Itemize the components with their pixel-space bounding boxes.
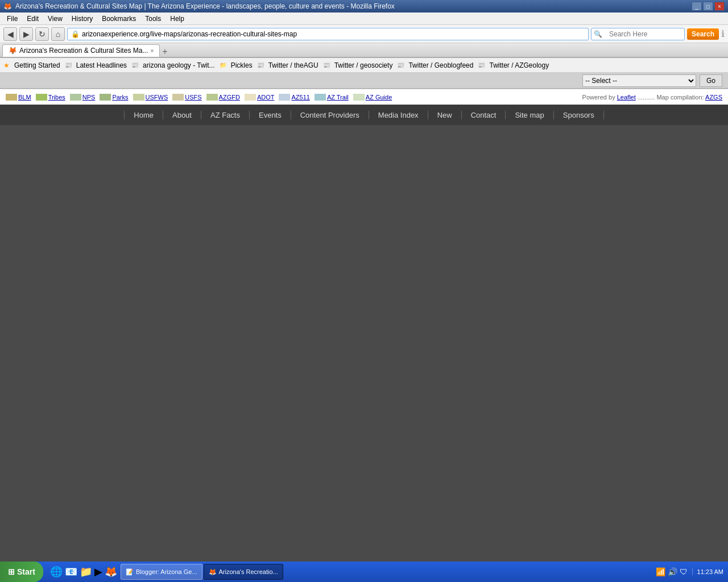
legend-nps-link[interactable]: NPS	[82, 94, 96, 101]
menu-bookmarks[interactable]: Bookmarks	[97, 14, 140, 24]
bookmarks-icon: ★	[3, 61, 10, 69]
title-bar: 🦊 Arizona's Recreation & Cultural Sites …	[0, 0, 728, 13]
legend-usfws-link[interactable]: USFWS	[146, 94, 168, 101]
reload-button[interactable]: ↻	[35, 27, 49, 41]
legend-azguide-link[interactable]: AZ Guide	[366, 94, 392, 101]
legend-az511-color	[279, 94, 290, 101]
legend-azgfd-color	[206, 94, 218, 101]
bookmark-feed-icon-1: 📰	[65, 62, 72, 68]
legend-tribes-link[interactable]: Tribes	[48, 94, 65, 101]
bookmark-twitter-agu[interactable]: Twitter / theAGU	[265, 60, 322, 70]
browser-search-button[interactable]: Search	[687, 28, 719, 40]
bookmark-twitter-geosociety[interactable]: Twitter / geosociety	[331, 60, 396, 70]
taskbar-folder-icon[interactable]: 📁	[80, 566, 92, 578]
taskbar-item-arizona[interactable]: 🦊 Arizona's Recreatio...	[204, 564, 283, 580]
bookmark-folder-icon: 📁	[220, 62, 226, 68]
ssl-icon: 🔒	[71, 30, 80, 38]
bookmark-twitter-geoblogfeed[interactable]: Twitter / Geoblogfeed	[405, 60, 477, 70]
taskbar-network-icon[interactable]: 📶	[656, 567, 665, 576]
tab-close-button[interactable]: ×	[150, 48, 154, 54]
menu-bar: File Edit View History Bookmarks Tools H…	[0, 13, 728, 25]
legend-parks-link[interactable]: Parks	[112, 94, 128, 101]
menu-edit[interactable]: Edit	[22, 14, 43, 24]
home-button[interactable]: ⌂	[51, 27, 65, 41]
bookmark-az-geology[interactable]: arizona geology - Twit...	[139, 60, 218, 70]
footer-az-facts[interactable]: AZ Facts	[201, 111, 250, 119]
address-bar[interactable]: 🔒 arizonaexperience.org/live-maps/arizon…	[67, 28, 589, 40]
legend-az511-link[interactable]: AZ511	[291, 94, 309, 101]
legend-blm-link[interactable]: BLM	[18, 94, 31, 101]
new-tab-button[interactable]: +	[162, 47, 167, 57]
back-button[interactable]: ◀	[3, 27, 17, 41]
tab-label: Arizona's Recreation & Cultural Sites Ma…	[19, 47, 148, 55]
bookmark-getting-started[interactable]: Getting Started	[11, 60, 64, 70]
footer-new[interactable]: New	[428, 111, 462, 119]
footer-sponsors[interactable]: Sponsors	[554, 111, 604, 119]
legend-usfs-color	[172, 94, 184, 101]
legend-tribes-color	[36, 94, 47, 101]
tab-bar: 🦊 Arizona's Recreation & Cultural Sites …	[0, 43, 728, 58]
bookmark-feed-icon-3: 📰	[257, 62, 264, 68]
minimize-button[interactable]: _	[692, 2, 702, 11]
taskbar-ie-icon[interactable]: 🌐	[50, 566, 63, 578]
legend-nps-color	[70, 94, 81, 101]
tab-favicon: 🦊	[9, 47, 17, 55]
menu-file[interactable]: File	[2, 14, 22, 24]
maximize-button[interactable]: □	[703, 2, 713, 11]
taskbar-firefox-icon-quick[interactable]: 🦊	[105, 566, 117, 578]
taskbar-email-icon[interactable]: 📧	[65, 566, 77, 578]
legend-aztrail-color	[315, 94, 326, 101]
browser-icon: 🦊	[3, 2, 12, 10]
map-toolbar: -- Select -- Go	[0, 73, 728, 89]
taskbar: ⊞ Start 🌐 📧 📁 ▶ 🦊 📝 Blogger: Arizona Ge.…	[0, 562, 728, 582]
menu-view[interactable]: View	[43, 14, 67, 24]
legend-parks-color	[100, 94, 111, 101]
menu-tools[interactable]: Tools	[140, 14, 166, 24]
start-button[interactable]: ⊞ Start	[0, 562, 43, 582]
info-icon[interactable]: ℹ	[721, 28, 725, 39]
taskbar-item-blogger[interactable]: 📝 Blogger: Arizona Ge...	[121, 564, 202, 580]
legend-adot-color	[245, 94, 256, 101]
bookmark-pickles[interactable]: Pickles	[228, 60, 256, 70]
footer-site-map[interactable]: Site map	[506, 111, 553, 119]
taskbar-clock[interactable]: 11:23 AM	[692, 568, 728, 575]
site-select-dropdown[interactable]: -- Select --	[582, 74, 696, 87]
address-text: arizonaexperience.org/live-maps/arizonas…	[82, 30, 585, 38]
legend-aztrail-link[interactable]: AZ Trail	[327, 94, 349, 101]
menu-help[interactable]: Help	[166, 14, 189, 24]
bookmark-feed-icon-2: 📰	[131, 62, 138, 68]
footer-contact[interactable]: Contact	[462, 111, 506, 119]
leaflet-link[interactable]: Leaflet	[617, 94, 636, 101]
close-button[interactable]: ×	[714, 2, 725, 11]
go-button[interactable]: Go	[700, 74, 722, 87]
bookmark-twitter-azgeology[interactable]: Twitter / AZGeology	[486, 60, 552, 70]
browser-search-input[interactable]	[605, 28, 684, 40]
window-controls[interactable]: _ □ ×	[692, 2, 725, 11]
taskbar-arizona-icon: 🦊	[209, 568, 217, 576]
taskbar-security-icon[interactable]: 🛡	[680, 567, 688, 576]
active-tab[interactable]: 🦊 Arizona's Recreation & Cultural Sites …	[2, 44, 160, 57]
menu-history[interactable]: History	[67, 14, 97, 24]
powered-by: Powered by Leaflet .......... Map compil…	[582, 94, 722, 101]
footer-home[interactable]: Home	[124, 111, 163, 119]
bookmark-feed-icon-4: 📰	[323, 62, 330, 68]
nav-bar: ◀ ▶ ↻ ⌂ 🔒 arizonaexperience.org/live-map…	[0, 25, 728, 43]
footer-about[interactable]: About	[163, 111, 201, 119]
bookmark-latest-headlines[interactable]: Latest Headlines	[73, 60, 130, 70]
legend-adot-link[interactable]: ADOT	[257, 94, 275, 101]
footer-content-providers[interactable]: Content Providers	[291, 111, 369, 119]
bookmarks-bar: ★ Getting Started 📰 Latest Headlines 📰 a…	[0, 58, 728, 73]
taskbar-volume-icon[interactable]: 🔊	[668, 567, 677, 576]
azgs-link[interactable]: AZGS	[705, 94, 722, 101]
taskbar-media-icon[interactable]: ▶	[94, 566, 102, 578]
forward-button[interactable]: ▶	[19, 27, 33, 41]
windows-logo: ⊞	[8, 567, 15, 576]
bookmark-feed-icon-6: 📰	[478, 62, 485, 68]
taskbar-blogger-icon: 📝	[126, 568, 134, 576]
legend-azgfd-link[interactable]: AZGFD	[219, 94, 240, 101]
browser-search: 🔍 Search ℹ	[591, 28, 725, 40]
legend-usfs-link[interactable]: USFS	[185, 94, 201, 101]
window-title: Arizona's Recreation & Cultural Sites Ma…	[15, 2, 395, 10]
footer-events[interactable]: Events	[250, 111, 291, 119]
footer-media-index[interactable]: Media Index	[369, 111, 428, 119]
